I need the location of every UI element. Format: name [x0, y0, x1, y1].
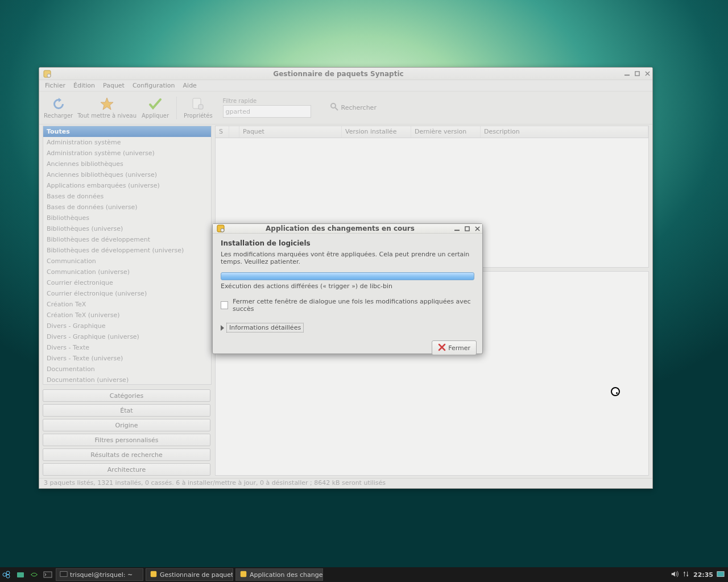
apply-button[interactable]: Appliquer — [141, 97, 169, 119]
menu-help[interactable]: Aide — [180, 81, 200, 90]
svg-point-13 — [3, 573, 6, 576]
category-item[interactable]: Anciennes bibliothèques — [43, 159, 211, 169]
properties-icon — [191, 97, 205, 111]
star-icon — [100, 97, 114, 111]
auto-close-checkbox[interactable] — [221, 301, 228, 309]
svg-rect-12 — [465, 226, 469, 230]
browser-icon[interactable] — [30, 570, 39, 579]
svg-rect-17 — [44, 572, 52, 577]
category-item[interactable]: Courrier électronique (universe) — [43, 288, 211, 299]
menu-config[interactable]: Configuration — [129, 81, 179, 90]
col-latest[interactable]: Dernière version — [411, 126, 481, 138]
dialog-maximize-button[interactable] — [463, 225, 471, 232]
category-item[interactable]: Anciennes bibliothèques (universe) — [43, 169, 211, 180]
col-status[interactable]: S — [216, 126, 229, 138]
app-icon — [239, 570, 247, 580]
view-origin[interactable]: Origine — [43, 419, 210, 431]
svg-rect-11 — [454, 230, 460, 231]
category-item[interactable]: Bibliothèques de développement — [43, 234, 211, 245]
svg-rect-19 — [151, 571, 157, 577]
show-desktop-icon[interactable] — [717, 570, 725, 580]
window-title: Gestionnaire de paquets Synaptic — [55, 70, 622, 78]
reload-icon — [51, 97, 66, 111]
view-categories[interactable]: Catégories — [43, 389, 210, 402]
category-item[interactable]: Divers - Texte (universe) — [43, 353, 211, 364]
task-synaptic[interactable]: Gestionnaire de paquets ... — [146, 568, 233, 581]
view-architecture[interactable]: Architecture — [43, 463, 210, 476]
terminal-icon — [60, 570, 68, 580]
quick-filter-input[interactable] — [223, 105, 311, 118]
category-item[interactable]: Divers - Texte — [43, 342, 211, 353]
view-status[interactable]: État — [43, 404, 210, 417]
category-item[interactable]: Courrier électronique — [43, 277, 211, 288]
category-item[interactable]: Création TeX (universe) — [43, 310, 211, 321]
close-button[interactable] — [643, 70, 651, 78]
properties-button[interactable]: Propriétés — [184, 97, 213, 119]
category-item[interactable]: Divers - Graphique — [43, 321, 211, 331]
category-item[interactable]: Administration système — [43, 137, 211, 148]
clock[interactable]: 22:35 — [693, 571, 713, 579]
category-item[interactable]: Documentation (universe) — [43, 375, 211, 385]
close-dialog-button[interactable]: Fermer — [432, 340, 477, 355]
dialog-title: Application des changements en cours — [229, 225, 452, 232]
category-item[interactable]: Bibliothèques (universe) — [43, 223, 211, 234]
file-manager-icon[interactable] — [16, 570, 25, 579]
category-item[interactable]: Communication (universe) — [43, 267, 211, 277]
details-label: Informations détaillées — [226, 323, 304, 332]
dialog-titlebar: Application des changements en cours — [213, 224, 482, 234]
upgrade-all-button[interactable]: Tout mettre à niveau — [77, 97, 136, 119]
category-item[interactable]: Divers - Graphique (universe) — [43, 331, 211, 342]
category-item[interactable]: Bibliothèques — [43, 213, 211, 223]
task-apply-dialog[interactable]: Application des changem... — [235, 568, 323, 581]
dialog-close-button[interactable] — [473, 225, 481, 232]
close-icon — [438, 343, 446, 353]
network-icon[interactable] — [682, 570, 690, 580]
svg-point-14 — [6, 571, 10, 575]
category-item[interactable]: Administration système (universe) — [43, 148, 211, 159]
svg-rect-18 — [60, 571, 67, 576]
col-icon[interactable] — [229, 126, 239, 138]
col-package[interactable]: Paquet — [239, 126, 342, 138]
col-desc[interactable]: Description — [481, 126, 648, 138]
view-search-results[interactable]: Résultats de recherche — [43, 448, 210, 461]
statusbar: 3 paquets listés, 1321 installés, 0 cass… — [39, 478, 652, 488]
svg-marker-4 — [101, 98, 113, 110]
category-item[interactable]: Documentation — [43, 364, 211, 375]
category-list[interactable]: Toutes Administration système Administra… — [43, 126, 212, 385]
svg-point-7 — [331, 103, 336, 108]
maximize-button[interactable] — [633, 70, 641, 78]
svg-rect-16 — [17, 572, 24, 577]
progress-bar — [221, 272, 474, 280]
volume-icon[interactable] — [671, 570, 679, 580]
view-custom-filters[interactable]: Filtres personnalisés — [43, 434, 210, 446]
dialog-minimize-button[interactable] — [453, 225, 461, 232]
view-buttons: Catégories État Origine Filtres personna… — [39, 387, 214, 478]
svg-point-15 — [6, 575, 10, 578]
app-icon — [216, 224, 225, 233]
category-item[interactable]: Bases de données (universe) — [43, 202, 211, 213]
dialog-message: Les modifications marquées vont être app… — [221, 251, 474, 265]
svg-point-10 — [221, 228, 224, 232]
menu-package[interactable]: Paquet — [100, 81, 128, 90]
reload-button[interactable]: Recharger — [44, 97, 73, 119]
menu-edit[interactable]: Édition — [70, 81, 98, 90]
task-terminal[interactable]: trisquel@trisquel: ~ — [56, 568, 143, 581]
search-button[interactable]: Rechercher — [330, 102, 377, 113]
svg-point-1 — [47, 74, 51, 77]
terminal-icon[interactable] — [43, 570, 52, 579]
taskbar: trisquel@trisquel: ~ Gestionnaire de paq… — [0, 567, 728, 582]
category-item[interactable]: Applications embarquées (universe) — [43, 180, 211, 191]
category-item[interactable]: Bases de données — [43, 191, 211, 202]
menubar: Fichier Édition Paquet Configuration Aid… — [39, 80, 652, 92]
category-item[interactable]: Bibliothèques de développement (universe… — [43, 245, 211, 256]
category-item[interactable]: Toutes — [43, 126, 211, 137]
col-installed[interactable]: Version installée — [342, 126, 411, 138]
titlebar: Gestionnaire de paquets Synaptic — [39, 68, 652, 80]
menu-launcher-icon[interactable] — [2, 570, 11, 579]
details-expander[interactable]: Informations détaillées — [221, 323, 474, 332]
svg-rect-21 — [717, 571, 724, 576]
category-item[interactable]: Communication — [43, 256, 211, 267]
minimize-button[interactable] — [623, 70, 631, 78]
menu-file[interactable]: Fichier — [42, 81, 69, 90]
category-item[interactable]: Création TeX — [43, 299, 211, 310]
